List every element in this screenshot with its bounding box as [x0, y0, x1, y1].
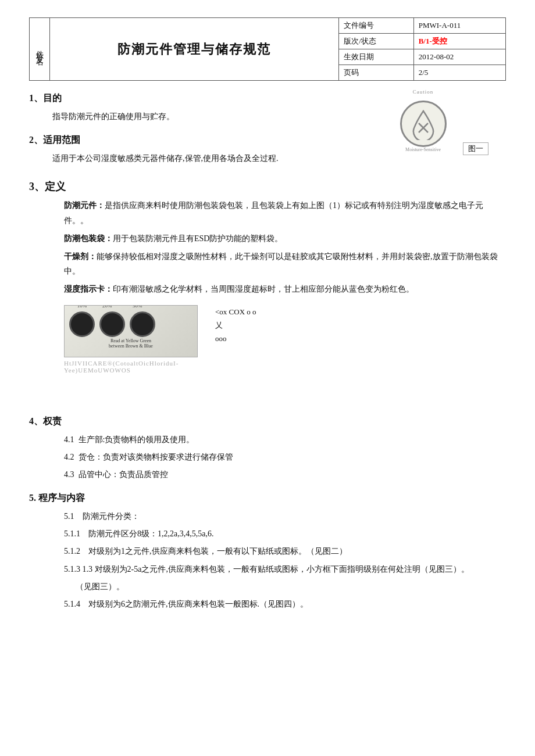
field-value-3: 2012-08-02: [413, 49, 505, 65]
section-3-item-2: 防潮包装袋：用于包装防潮元件且有ESD防护功能的塑料袋。: [64, 231, 506, 246]
section-3-heading: 3、定义: [29, 180, 506, 194]
caution-bottom-text: Moisture-Sensitive: [386, 147, 461, 152]
caution-top-text: Caution: [386, 89, 461, 95]
circle-10: 10%: [69, 311, 95, 337]
field-label-1: 文件编号: [339, 18, 414, 34]
section-5-item-5: 5.1.4 对级别为6之防潮元件,供应商来料包装一般图标.（见图四）。: [64, 597, 506, 611]
document-title: 防潮元件管理与储存规范: [50, 18, 339, 81]
section-3-item-1: 防潮元件：是指供应商来料时使用防潮包装袋包装，且包装袋上有如上图（1）标记或有特…: [64, 198, 506, 227]
humidity-indicator-image: 10% 20% 30% Read at Yellow Greenbetween …: [64, 305, 204, 374]
section-5-item-1: 5.1 防潮元件分类：: [64, 509, 506, 524]
field-label-3: 生效日期: [339, 49, 414, 65]
section-5-item-3: 5.1.2 对级别为1之元件,供应商来料包装，一般有以下贴纸或图标。（见图二）: [64, 544, 506, 558]
caution-icon: [409, 108, 438, 140]
humidity-indicator-area: 10% 20% 30% Read at Yellow Greenbetween …: [64, 305, 506, 374]
circle-30: 30%: [130, 311, 155, 337]
section-4-item-3: 4.3 品管中心：负责品质管控: [64, 467, 506, 482]
header-table: 件称文名 防潮元件管理与储存规范 文件编号 PMWI-A-011 版次/状态 B…: [29, 17, 506, 81]
section-5-item-4-cont: （见图三）。: [76, 579, 506, 594]
doc-label: 件称文名: [30, 18, 50, 81]
field-value-1: PMWI-A-011: [413, 18, 505, 34]
section-3-item-4: 湿度指示卡：印有潮湿敏感之化学材料，当周围湿度超标时，甘上相应部分能从蓝色变为粉…: [64, 282, 506, 296]
field-label-4: 页码: [339, 65, 414, 81]
fig1-label: 图一: [463, 142, 488, 155]
section-5-heading: 5. 程序与内容: [29, 492, 506, 504]
indicator-right-labels: <ox COX o o 乂 ooo: [215, 305, 256, 346]
field-value-4: 2/5: [413, 65, 505, 81]
section-5-item-2: 5.1.1 防潮元件区分8级：1,2,2a,3,4,5,5a,6.: [64, 526, 506, 541]
humidity-img: 10% 20% 30% Read at Yellow Greenbetween …: [64, 305, 198, 357]
caution-circle: [400, 101, 447, 147]
section-4-heading: 4、权责: [29, 415, 506, 428]
indicator-circles: 10% 20% 30%: [65, 306, 197, 337]
section-5-item-4: 5.1.3 1.3 对级别为2-5a之元件,供应商来料包装，一般有贴纸或图标，小…: [64, 562, 506, 576]
figure-1-container: Caution Moisture-Sensitive 图一: [386, 88, 489, 155]
indicator-bottom-text: Read at Yellow Greenbetween Brown & Blue: [65, 337, 197, 350]
section-4-item-1: 4.1 生产部:负责物料的领用及使用。: [64, 432, 506, 447]
field-value-2: B/1-受控: [413, 34, 505, 49]
field-label-2: 版次/状态: [339, 34, 414, 49]
section-4-item-2: 4.2 货仓：负责对该类物料按要求进行储存保管: [64, 450, 506, 464]
section-3-item-3: 干燥剂：能够保持较低相对湿度之吸附性材料，此干燥剂可以是硅胶或其它吸附性材料，并…: [64, 249, 506, 278]
caution-image: Caution Moisture-Sensitive: [386, 88, 461, 152]
circle-20: 20%: [99, 311, 125, 337]
watermark-text: HtJIVIICARE®(CotoaltOicHloriduI-Yee)UEMo…: [64, 360, 204, 374]
